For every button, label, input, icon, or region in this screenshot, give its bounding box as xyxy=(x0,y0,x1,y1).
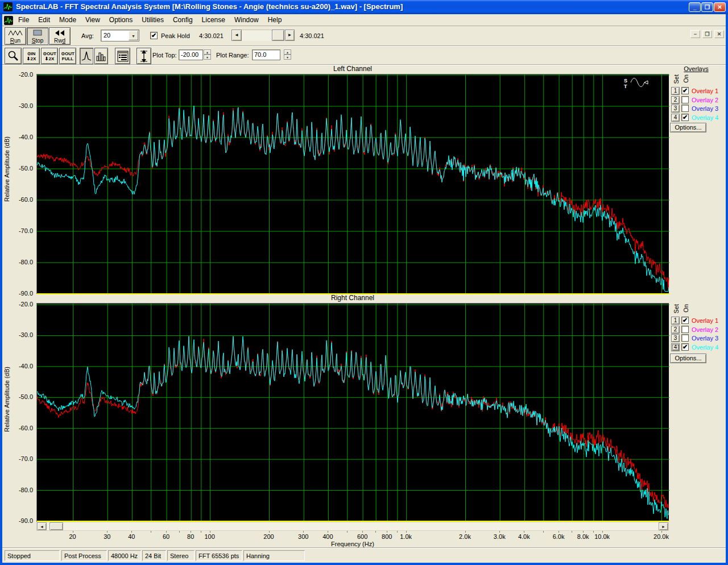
y-tick-label: -30.0 xyxy=(13,102,33,109)
x-tick-label: 40 xyxy=(119,533,144,540)
overlay-options-button[interactable]: Options... xyxy=(670,123,706,132)
overlay-label-1: Overlay 1 xyxy=(692,317,718,324)
window-border-left xyxy=(0,14,2,565)
mdi-restore-button[interactable]: ❐ xyxy=(702,30,712,38)
overlay-on-checkbox-3[interactable] xyxy=(681,334,689,342)
x-axis-label: Frequency (Hz) xyxy=(36,541,669,547)
overlay-on-checkbox-2[interactable] xyxy=(681,96,689,103)
svg-text:S: S xyxy=(624,78,627,84)
plot-top-spinner[interactable]: ▲▼ xyxy=(204,49,211,60)
peak-curve-icon xyxy=(81,51,92,62)
options-dialog-button[interactable] xyxy=(115,48,130,64)
x-tick-mark xyxy=(524,531,524,533)
peak-hold-checkbox[interactable]: ✔ xyxy=(150,32,158,39)
overlay-label-2: Overlay 2 xyxy=(692,97,718,103)
frequency-scrollbar[interactable]: ◄ ► xyxy=(36,522,669,531)
stereo-trace-icon: ST xyxy=(624,78,648,89)
left-y-axis-label: Relative Amplitude (dB) xyxy=(3,136,10,202)
menu-item-view[interactable]: View xyxy=(81,14,105,26)
x-tick-label: 2.0k xyxy=(453,533,478,540)
time-scroll-left-button[interactable]: ◄ xyxy=(231,30,242,41)
avg-label: Avg: xyxy=(81,32,94,39)
x-tick-mark xyxy=(269,531,270,533)
menu-item-license[interactable]: License xyxy=(197,14,230,26)
minimize-button[interactable]: _ xyxy=(689,2,701,12)
mdi-close-button[interactable]: ✕ xyxy=(714,30,724,38)
zoom-button[interactable] xyxy=(5,48,22,64)
time-scroll-thumb[interactable] xyxy=(272,30,284,41)
rewind-button[interactable]: Rwd xyxy=(49,27,71,45)
overlay-set-button-3[interactable]: 3 xyxy=(671,105,680,113)
scroll-thumb[interactable] xyxy=(49,522,63,530)
overlay-set-button-2[interactable]: 2 xyxy=(671,96,680,104)
x-tick-mark xyxy=(73,531,73,533)
bar-display-button[interactable] xyxy=(94,48,108,64)
app-icon[interactable] xyxy=(3,2,13,11)
stop-button[interactable]: Stop xyxy=(27,27,48,45)
run-button[interactable]: Run xyxy=(5,27,26,45)
status-field: Post Process xyxy=(61,550,107,561)
overlay-on-checkbox-2[interactable] xyxy=(681,326,689,333)
zoom-out-full-button[interactable]: ⊙OUTFULL xyxy=(59,48,76,64)
spin-down-icon[interactable]: ▼ xyxy=(204,55,211,60)
zoom-in-2x-button[interactable]: ⊙IN⬇2X xyxy=(23,48,40,64)
menu-item-file[interactable]: File xyxy=(14,14,34,26)
overlays-header: Overlays xyxy=(675,65,718,72)
combo-dropdown-icon[interactable]: ▼ xyxy=(129,31,138,40)
spin-down-icon[interactable]: ▼ xyxy=(284,55,291,60)
menu-item-utilities[interactable]: Utilities xyxy=(137,14,168,26)
menu-item-edit[interactable]: Edit xyxy=(34,14,55,26)
x-tick-mark xyxy=(661,531,662,533)
overlay-set-button-1[interactable]: 1 xyxy=(671,87,680,95)
overlay-on-checkbox-4[interactable]: ✔ xyxy=(681,343,689,351)
document-icon[interactable] xyxy=(4,16,13,25)
y-tick-label: -90.0 xyxy=(13,517,33,524)
spin-up-icon[interactable]: ▲ xyxy=(204,49,211,55)
overlay-on-checkbox-4[interactable]: ✔ xyxy=(681,114,689,121)
overlay-set-button-3[interactable]: 3 xyxy=(671,334,680,342)
menu-item-config[interactable]: Config xyxy=(168,14,197,26)
overlay-set-button-4[interactable]: 4 xyxy=(671,114,680,122)
status-field: 48000 Hz xyxy=(108,550,141,561)
right-channel-plot[interactable] xyxy=(36,303,669,522)
status-field: 24 Bit xyxy=(142,550,166,561)
plot-range-spinner[interactable]: ▲▼ xyxy=(284,49,291,60)
plot-top-input[interactable]: -20.00 xyxy=(179,49,203,60)
left-channel-plot[interactable]: ST xyxy=(36,74,669,294)
x-tick-mark xyxy=(499,531,500,533)
time-scroll-right-button[interactable]: ► xyxy=(285,30,295,41)
avg-combobox[interactable]: 20 ▼ xyxy=(101,30,139,41)
overlay-set-button-4[interactable]: 4 xyxy=(671,343,680,351)
restore-button[interactable]: ❐ xyxy=(701,2,713,12)
time-current: 4:30.021 xyxy=(199,32,224,39)
set-column-label: Set xyxy=(673,304,680,314)
overlay-on-checkbox-1[interactable]: ✔ xyxy=(681,87,689,94)
plot-range-input[interactable]: 70.0 xyxy=(252,49,280,60)
x-tick-mark xyxy=(583,531,584,533)
overlay-set-button-1[interactable]: 1 xyxy=(671,317,680,325)
menu-item-options[interactable]: Options xyxy=(105,14,137,26)
y-tick-label: -40.0 xyxy=(13,363,33,369)
status-field: FFT 65536 pts xyxy=(196,550,242,561)
mdi-minimize-button[interactable]: − xyxy=(690,30,700,38)
right-y-axis-label: Relative Amplitude (dB) xyxy=(3,367,10,432)
overlay-on-checkbox-3[interactable] xyxy=(681,105,689,112)
menu-item-window[interactable]: Window xyxy=(230,14,263,26)
zoom-out-2x-button[interactable]: ⊙OUT⬇2X xyxy=(41,48,58,64)
scroll-right-icon[interactable]: ► xyxy=(659,522,668,530)
x-tick-mark xyxy=(347,531,348,533)
overlay-on-checkbox-1[interactable]: ✔ xyxy=(681,317,689,324)
x-tick-label: 20 xyxy=(60,533,85,540)
scroll-left-icon[interactable]: ◄ xyxy=(37,522,47,530)
overlay-set-button-2[interactable]: 2 xyxy=(671,326,680,334)
zoom-out-full-icon: ⊙OUTFULL xyxy=(61,51,75,61)
menu-item-mode[interactable]: Mode xyxy=(55,14,81,26)
peak-display-button[interactable] xyxy=(80,48,93,64)
spin-up-icon[interactable]: ▲ xyxy=(284,49,291,55)
overlay-options-button[interactable]: Options... xyxy=(670,354,706,363)
menu-item-help[interactable]: Help xyxy=(263,14,287,26)
status-field: Hanning xyxy=(243,550,305,561)
y-tick-label: -60.0 xyxy=(13,425,33,431)
autoscale-button[interactable] xyxy=(136,48,151,64)
close-button[interactable]: ✕ xyxy=(714,2,726,12)
